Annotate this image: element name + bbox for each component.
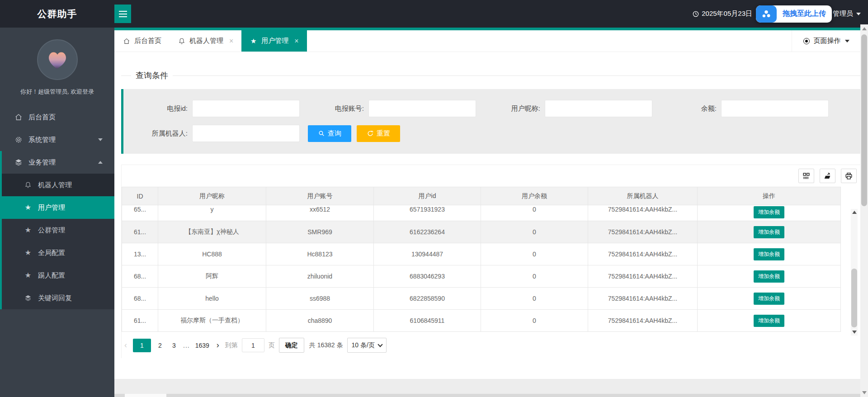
scroll-up-icon[interactable] bbox=[862, 27, 867, 30]
field-label: 用户昵称: bbox=[476, 104, 545, 113]
next-page-button[interactable]: › bbox=[215, 340, 221, 350]
cell-user_id: 130944487 bbox=[374, 243, 481, 265]
admin-menu[interactable]: 管理员 bbox=[833, 9, 861, 18]
page-actions-dropdown[interactable]: 页面操作 bbox=[792, 30, 860, 52]
close-icon[interactable]: × bbox=[229, 38, 233, 45]
cell-account: SMR969 bbox=[266, 221, 374, 243]
sidebar-item-label: 后台首页 bbox=[28, 113, 56, 122]
sidebar-subitem-1[interactable]: 机器人管理 bbox=[2, 174, 114, 196]
scroll-down-icon[interactable] bbox=[852, 331, 857, 334]
add-balance-button[interactable]: 增加余额 bbox=[754, 226, 784, 238]
sidebar-subitem-4[interactable]: ★全局配置 bbox=[2, 241, 114, 264]
sidebar-item-2[interactable]: 系统管理 bbox=[0, 128, 114, 151]
print-button[interactable] bbox=[841, 169, 857, 183]
add-balance-button[interactable]: 增加余额 bbox=[754, 248, 784, 260]
filter-columns-button[interactable] bbox=[798, 169, 814, 183]
add-balance-button[interactable]: 增加余额 bbox=[754, 206, 784, 218]
tab-3[interactable]: ★用户管理× bbox=[241, 30, 307, 52]
sidebar-nav: 后台首页系统管理业务管理机器人管理★用户管理★公群管理★全局配置★踢人配置关键词… bbox=[0, 106, 114, 309]
sidebar-subitem-5[interactable]: ★踢人配置 bbox=[2, 264, 114, 287]
tab-1[interactable]: 后台首页 bbox=[114, 30, 170, 52]
sidebar-subitem-6[interactable]: 关键词回复 bbox=[2, 287, 114, 309]
header-right: 2025年05月23日 拖拽至此上传 管理员 bbox=[692, 5, 868, 23]
sidebar-subitem-2[interactable]: ★用户管理 bbox=[2, 196, 114, 219]
field-input-5[interactable] bbox=[192, 125, 300, 142]
column-header: 用户账号 bbox=[266, 187, 374, 205]
reset-button[interactable]: 重置 bbox=[357, 125, 400, 142]
page-size-select[interactable]: 10 条/页 bbox=[347, 338, 387, 353]
close-icon[interactable]: × bbox=[294, 38, 298, 45]
chevron-down-icon bbox=[98, 138, 103, 141]
page-scrollbar-thumb[interactable] bbox=[861, 34, 867, 206]
cell-balance: 0 bbox=[481, 221, 588, 243]
tab-2[interactable]: 机器人管理× bbox=[170, 30, 241, 52]
chevron-down-icon bbox=[856, 13, 861, 15]
sidebar-subitem-3[interactable]: ★公群管理 bbox=[2, 219, 114, 241]
layers-icon bbox=[24, 293, 33, 302]
field-input-2[interactable] bbox=[368, 100, 476, 117]
scroll-down-icon[interactable] bbox=[862, 391, 867, 394]
sidebar-item-label: 业务管理 bbox=[28, 158, 56, 167]
cell-account: ss6988 bbox=[266, 288, 374, 310]
top-header: 公群助手 2025年05月23日 拖拽至此上传 管理员 bbox=[0, 0, 868, 28]
sidebar-subitem-label: 全局配置 bbox=[38, 249, 65, 257]
field-label: 余额: bbox=[652, 104, 721, 113]
add-balance-button[interactable]: 增加余额 bbox=[754, 293, 784, 305]
table-row: 68...helloss6988682285859007529841614:AA… bbox=[122, 288, 841, 310]
sidebar-item-1[interactable]: 后台首页 bbox=[0, 106, 114, 128]
sidebar-group-business: 业务管理机器人管理★用户管理★公群管理★全局配置★踢人配置关键词回复 bbox=[0, 151, 114, 309]
export-button[interactable] bbox=[820, 169, 835, 183]
search-button[interactable]: 查询 bbox=[308, 125, 351, 142]
horizontal-scrollbar-thumb[interactable] bbox=[125, 394, 166, 397]
add-balance-button[interactable]: 增加余额 bbox=[754, 270, 784, 283]
page-number-1639[interactable]: 1639 bbox=[194, 342, 211, 349]
cell-nickname: y bbox=[158, 205, 266, 221]
tab-label: 机器人管理 bbox=[189, 37, 223, 45]
table-toolbar bbox=[122, 165, 865, 187]
app-title: 公群助手 bbox=[0, 8, 114, 20]
sidebar-toggle-button[interactable] bbox=[114, 5, 131, 23]
upload-drop-widget[interactable]: 拖拽至此上传 bbox=[756, 5, 832, 23]
cell-nickname: 【东南亚】χ神秘人 bbox=[158, 221, 266, 243]
app-window: 公群助手 2025年05月23日 拖拽至此上传 管理员 bbox=[0, 0, 868, 397]
cell-user_id: 6106845911 bbox=[374, 310, 481, 332]
cell-account: zhiluonid bbox=[266, 265, 374, 288]
page-actions-label: 页面操作 bbox=[814, 37, 841, 45]
jump-suffix-label: 页 bbox=[269, 341, 275, 350]
pagination: ‹ 123...1639 › 到第 页 确定 共 16382 条 10 条/页 bbox=[123, 338, 865, 353]
cell-user_id: 6571931923 bbox=[374, 205, 481, 221]
bell-icon bbox=[24, 180, 33, 189]
page-number-2[interactable]: 2 bbox=[155, 342, 165, 349]
page-ellipsis: ... bbox=[183, 342, 190, 349]
home-icon bbox=[123, 37, 130, 45]
page-number-1[interactable]: 1 bbox=[133, 339, 151, 352]
cell-nickname: hello bbox=[158, 288, 266, 310]
page-number-3[interactable]: 3 bbox=[169, 342, 179, 349]
jump-prefix-label: 到第 bbox=[225, 341, 238, 350]
prev-page-button[interactable]: ‹ bbox=[123, 340, 129, 350]
sidebar-subitem-label: 踢人配置 bbox=[38, 271, 65, 280]
scroll-up-icon[interactable] bbox=[852, 211, 857, 214]
bell-icon bbox=[178, 37, 185, 45]
table-scrollbar[interactable] bbox=[851, 209, 858, 336]
confirm-jump-button[interactable]: 确定 bbox=[279, 338, 304, 353]
sidebar-item-business-parent[interactable]: 业务管理 bbox=[2, 151, 114, 174]
add-balance-button[interactable]: 增加余额 bbox=[754, 315, 784, 327]
page-scrollbar[interactable] bbox=[860, 24, 868, 397]
jump-page-input[interactable] bbox=[242, 338, 264, 352]
table-scrollbar-thumb[interactable] bbox=[851, 269, 857, 327]
cell-account: Hc88123 bbox=[266, 243, 374, 265]
horizontal-scrollbar[interactable] bbox=[114, 394, 868, 397]
field-label: 电报id: bbox=[123, 104, 192, 113]
sidebar-subitem-label: 公群管理 bbox=[38, 226, 65, 235]
field-input-3[interactable] bbox=[545, 100, 652, 117]
tab-bar: 后台首页机器人管理×★用户管理× 页面操作 bbox=[114, 30, 868, 52]
cell-nickname: 福尔摩斯（一手查档） bbox=[158, 310, 266, 332]
page-size-value: 10 条/页 bbox=[352, 341, 375, 350]
field-input-4[interactable] bbox=[721, 100, 829, 117]
clock-icon bbox=[692, 10, 699, 18]
tab-label: 后台首页 bbox=[134, 37, 161, 45]
cell-nickname: HC888 bbox=[158, 243, 266, 265]
field-input-1[interactable] bbox=[192, 100, 300, 117]
form-group-3: 用户昵称: bbox=[476, 100, 652, 117]
